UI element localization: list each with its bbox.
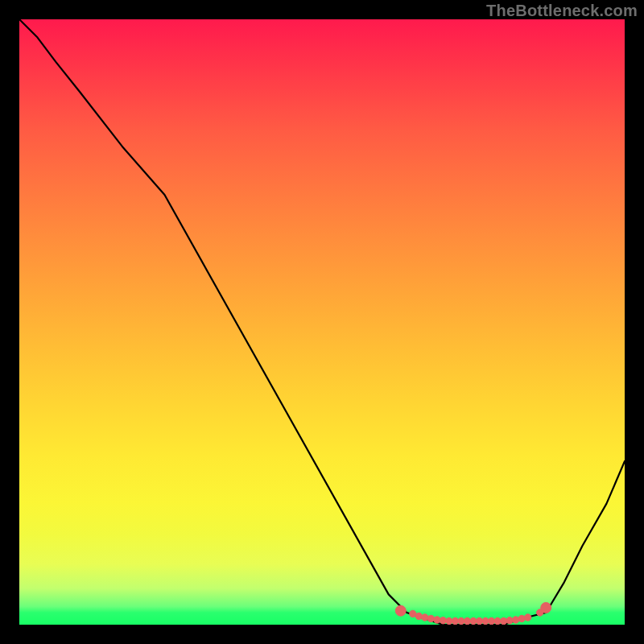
curve-marker: [422, 614, 428, 621]
curve-marker: [512, 617, 518, 623]
chart-svg: [19, 19, 625, 625]
optimal-range-markers: [395, 602, 551, 624]
curve-marker: [415, 613, 422, 619]
curve-marker: [541, 602, 551, 613]
chart-container: TheBottleneck.com: [0, 0, 644, 644]
curve-marker: [427, 615, 434, 621]
bottleneck-curve: [19, 19, 625, 625]
curve-marker: [518, 615, 525, 621]
watermark-text: TheBottleneck.com: [486, 2, 638, 20]
curve-marker: [524, 614, 530, 621]
curve-marker: [395, 605, 406, 616]
plot-area: [19, 19, 625, 625]
